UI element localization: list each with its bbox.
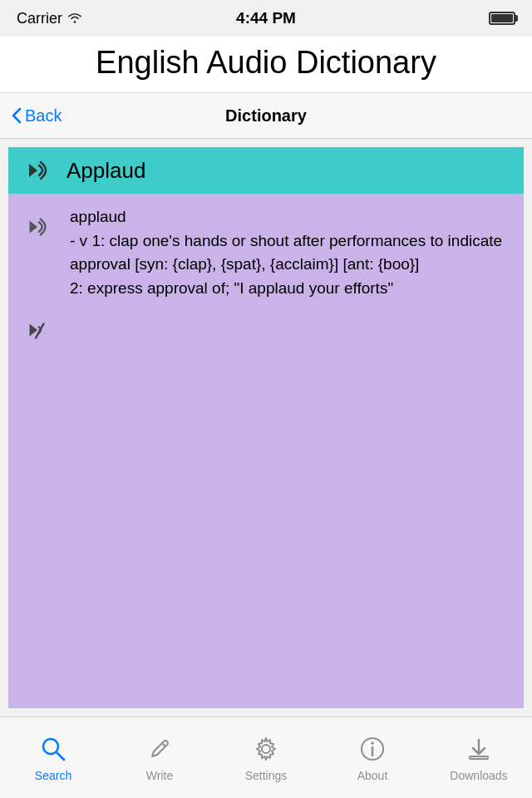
svg-point-10 [371,741,374,745]
back-button[interactable]: Back [0,106,62,126]
tab-search-label: Search [35,769,71,782]
svg-rect-11 [470,756,488,759]
svg-line-5 [57,752,64,760]
about-icon [357,734,387,764]
svg-marker-2 [30,323,37,336]
svg-line-3 [36,323,43,337]
svg-marker-1 [30,220,37,233]
tab-settings-label: Settings [245,769,288,782]
tab-write-label: Write [146,769,173,782]
audio-column [8,194,66,708]
downloads-icon [464,734,494,764]
definition-area: applaud- v 1: clap one's hands or shout … [8,194,524,708]
tab-about-label: About [357,769,388,782]
svg-line-6 [162,743,165,746]
tab-downloads[interactable]: Downloads [426,717,532,798]
svg-point-7 [262,745,270,753]
word-title: Applaud [66,150,154,192]
battery-icon [489,12,515,25]
main-content: Applaud [0,139,532,717]
status-time: 4:44 PM [236,9,296,27]
definition-text: applaud- v 1: clap one's hands or shout … [66,194,524,708]
tab-bar: Search Write Settings About [0,717,532,798]
tab-settings[interactable]: Settings [213,717,319,798]
svg-marker-0 [29,164,37,177]
status-bar: Carrier 4:44 PM [0,0,532,37]
audio-button-1[interactable] [19,209,56,245]
word-definition: applaud- v 1: clap one's hands or shout … [70,208,502,297]
word-audio-button[interactable] [8,155,66,185]
write-icon [145,734,175,764]
wifi-icon [67,10,82,27]
nav-title: Dictionary [225,106,307,126]
settings-icon [251,734,281,764]
tab-write[interactable]: Write [106,717,213,798]
tab-about[interactable]: About [319,717,426,798]
audio-button-2[interactable] [19,312,56,348]
tab-downloads-label: Downloads [450,769,507,782]
word-header: Applaud [8,147,524,194]
tab-search[interactable]: Search [0,717,106,798]
back-label: Back [25,106,62,126]
carrier-label: Carrier [17,10,82,27]
nav-bar: Back Dictionary [0,93,532,139]
word-entry: Applaud [8,147,524,708]
app-title: English Audio Dictionary [0,45,532,81]
app-title-bar: English Audio Dictionary [0,37,532,93]
search-icon [38,734,68,764]
